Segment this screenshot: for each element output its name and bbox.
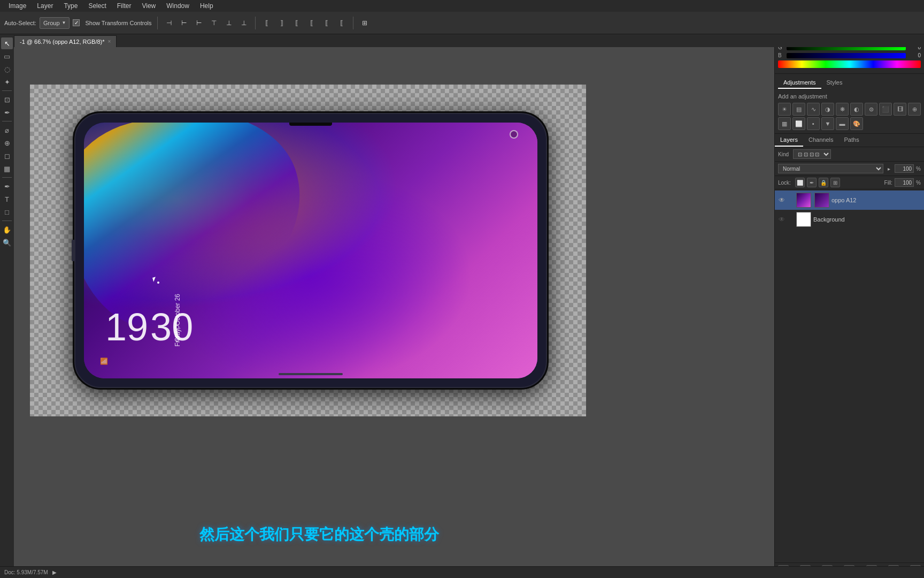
layer-visibility-bg[interactable]: 👁 <box>778 216 786 223</box>
layer-item-background[interactable]: 👁 Background <box>775 210 924 229</box>
adjustment-icons-row: ☀ ▤ ∿ ◑ ❋ ◐ ⊜ ⬛ 🎞 ⊕ ▦ ⬜ ▪ ▼ ▬ 🎨 <box>778 103 921 130</box>
align-center-h-btn[interactable]: ⊢ <box>178 17 190 29</box>
menu-window[interactable]: Window <box>162 1 194 11</box>
document-canvas: 19 30 Friday, October 26 OPPO 📶 <box>30 85 586 416</box>
layer-thumb-bg <box>796 212 811 227</box>
opacity-percent: % <box>916 166 921 172</box>
fill-input[interactable] <box>895 178 914 187</box>
adj-curves[interactable]: ∿ <box>807 103 820 116</box>
zoom-tool[interactable]: 🔍 <box>1 237 13 248</box>
tab-channels[interactable]: Channels <box>803 134 838 147</box>
show-transform-label: Show Transform Controls <box>85 20 151 26</box>
crop-tool[interactable]: ⊡ <box>1 94 13 105</box>
adj-posterize[interactable]: ▪ <box>807 117 820 130</box>
hand-tool[interactable]: ✋ <box>1 224 13 235</box>
adj-gradientmap[interactable]: ▬ <box>836 117 849 130</box>
magic-wand-tool[interactable]: ✦ <box>1 76 13 88</box>
adj-invert[interactable]: ⬜ <box>792 117 805 130</box>
tab-paths[interactable]: Paths <box>839 134 865 147</box>
adj-photo[interactable]: 🎞 <box>894 103 906 116</box>
toolbar-separator-1 <box>157 17 158 29</box>
distribute-right-btn[interactable]: ⟦ <box>291 17 303 29</box>
align-right-btn[interactable]: ⊢ <box>193 17 205 29</box>
lasso-tool[interactable]: ◌ <box>1 63 13 75</box>
tab-layers[interactable]: Layers <box>775 134 803 147</box>
adj-hsl[interactable]: ◐ <box>850 103 863 116</box>
opacity-label-short: ▸ <box>888 166 890 172</box>
tool-separator-2 <box>2 121 12 121</box>
show-transform-checkbox[interactable] <box>73 19 80 26</box>
select-tool[interactable]: ▭ <box>1 50 13 62</box>
adj-brightness[interactable]: ☀ <box>778 103 791 116</box>
distribute-center-v-btn[interactable]: ⟦ <box>321 17 333 29</box>
shape-tool[interactable]: □ <box>1 206 13 218</box>
lock-position-btn[interactable]: 🔒 <box>819 178 828 187</box>
distribute-center-h-btn[interactable]: ⟧ <box>276 17 288 29</box>
menu-bar: Image Layer Type Select Filter View Wind… <box>0 0 924 12</box>
adj-levels[interactable]: ▤ <box>792 103 805 116</box>
adj-selectivecolor[interactable]: 🎨 <box>850 117 863 130</box>
lock-paint-btn[interactable]: ✒ <box>807 178 817 187</box>
layer-name-oppo: oppo A12 <box>831 197 921 203</box>
status-icons: 📶 <box>100 358 108 365</box>
align-center-v-btn[interactable]: ⊥ <box>223 17 235 29</box>
eraser-tool[interactable]: ◻ <box>1 150 13 162</box>
distribute-top-btn[interactable]: ⟦ <box>306 17 318 29</box>
menu-type[interactable]: Type <box>59 1 82 11</box>
distribute-left-btn[interactable]: ⟦ <box>261 17 273 29</box>
auto-align-btn[interactable]: ⊞ <box>359 17 371 29</box>
blue-slider[interactable] <box>787 53 906 58</box>
b-label: B <box>778 52 784 58</box>
lock-label: Lock: <box>778 180 791 186</box>
status-bar: Doc: 5.93M/7.57M ▶ <box>0 566 924 578</box>
adj-colorbalance[interactable]: ⊜ <box>865 103 877 116</box>
brush-tool[interactable]: ⌀ <box>1 124 13 136</box>
gradient-tool[interactable]: ▦ <box>1 163 13 174</box>
adj-threshold[interactable]: ▼ <box>821 117 834 130</box>
menu-filter[interactable]: Filter <box>113 1 136 11</box>
pen-tool[interactable]: ✒ <box>1 180 13 192</box>
menu-layer[interactable]: Layer <box>33 1 57 11</box>
layer-link-bg <box>788 216 794 223</box>
text-tool[interactable]: T <box>1 193 13 205</box>
status-arrow-btn[interactable]: ▶ <box>52 569 57 575</box>
stamp-tool[interactable]: ⊕ <box>1 137 13 149</box>
align-left-btn[interactable]: ⊣ <box>163 17 175 29</box>
tab-close-btn[interactable]: × <box>108 39 111 44</box>
menu-select[interactable]: Select <box>84 1 110 11</box>
document-tab[interactable]: -1 @ 66.7% (oppo A12, RGB/8)* × <box>14 35 117 47</box>
menu-image[interactable]: Image <box>4 1 30 11</box>
opacity-input[interactable] <box>895 164 914 173</box>
distribute-bottom-btn[interactable]: ⟦ <box>336 17 348 29</box>
phone-mockup: 19 30 Friday, October 26 OPPO 📶 <box>73 111 549 390</box>
tab-adjustments[interactable]: Adjustments <box>778 77 821 89</box>
adj-bw[interactable]: ⬛ <box>879 103 892 116</box>
group-dropdown[interactable]: Group ▼ <box>40 17 70 29</box>
phone-notch <box>289 123 332 126</box>
layers-panel: Layers Channels Paths Kind ⊡ ⊡ ⊡ ⊡ Norma… <box>775 134 924 578</box>
move-tool[interactable]: ↖ <box>1 37 13 49</box>
adj-exposure[interactable]: ◑ <box>821 103 834 116</box>
menu-help[interactable]: Help <box>196 1 218 11</box>
tab-styles[interactable]: Styles <box>821 77 848 89</box>
eyedropper-tool[interactable]: ✒ <box>1 107 13 118</box>
adj-channelmixer[interactable]: ⊕ <box>908 103 921 116</box>
spectrum-slider[interactable] <box>778 60 921 68</box>
lock-transparent-btn[interactable]: ⬜ <box>795 178 805 187</box>
adj-colorlookup[interactable]: ▦ <box>778 117 791 130</box>
adj-vibrance[interactable]: ❋ <box>836 103 849 116</box>
layer-item-oppo-a12[interactable]: 👁 oppo A12 <box>775 191 924 210</box>
layer-visibility-oppo[interactable]: 👁 <box>778 196 786 204</box>
align-top-btn[interactable]: ⊤ <box>208 17 220 29</box>
kind-label: Kind <box>778 151 789 157</box>
toolbar: Auto-Select: Group ▼ Show Transform Cont… <box>0 12 924 34</box>
layers-kind-row: Kind ⊡ ⊡ ⊡ ⊡ <box>775 147 924 162</box>
clock-min: 30 <box>150 308 193 346</box>
align-bottom-btn[interactable]: ⊥ <box>238 17 250 29</box>
adjustments-panel: Adjustments Styles Add an adjustment ☀ ▤… <box>775 74 924 134</box>
kind-select[interactable]: ⊡ ⊡ ⊡ ⊡ <box>793 149 831 159</box>
lock-artboard-btn[interactable]: ⊞ <box>830 178 840 187</box>
adj-panel-tabs: Adjustments Styles <box>778 77 921 89</box>
blend-mode-select[interactable]: Normal <box>778 164 883 173</box>
menu-view[interactable]: View <box>137 1 160 11</box>
